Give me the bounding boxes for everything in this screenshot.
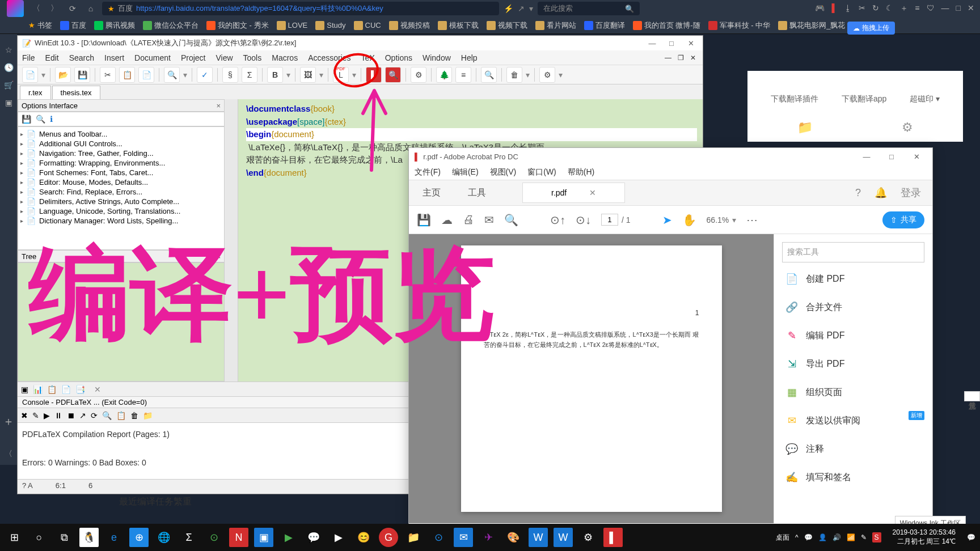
tray-icon[interactable]: 📶 [847, 533, 855, 541]
taskbar-app[interactable]: ✉ [454, 528, 473, 547]
cortana-button[interactable]: ○ [29, 528, 49, 547]
minimize-icon[interactable]: — [941, 3, 949, 14]
taskbar-app[interactable]: ▌ [603, 528, 623, 547]
download-app[interactable]: 下载翻译app [842, 94, 886, 104]
help-icon[interactable]: ? [855, 187, 861, 199]
gear-icon[interactable]: ⚙ [902, 120, 913, 135]
option-item[interactable]: 📄Dictionary Manager: Word Lists, Spellin… [20, 216, 222, 226]
taskbar-app[interactable]: ▶ [279, 528, 298, 547]
menu-options[interactable]: Options [385, 53, 412, 62]
tool-comment[interactable]: 💬注释 [782, 437, 924, 461]
console-tab-icon[interactable]: ▣ [21, 385, 28, 394]
console-btn[interactable]: ✎ [32, 411, 39, 420]
menu-accessories[interactable]: Accessories [308, 53, 350, 62]
lightning-icon[interactable]: ⚡ [504, 4, 513, 13]
taskbar-app[interactable]: 😊 [354, 528, 373, 547]
option-item[interactable]: 📄Search: Find, Replace, Errors... [20, 187, 222, 197]
close-button[interactable]: ✕ [683, 39, 698, 48]
login-link[interactable]: 登录 [901, 186, 921, 200]
tab-thesis[interactable]: thesis.tex [52, 86, 100, 99]
taskbar-app[interactable]: ⚙ [578, 528, 598, 547]
gather-button[interactable]: ≡ [455, 67, 471, 83]
menu-view[interactable]: View [216, 53, 233, 62]
bookmark-item[interactable]: ★书签 [28, 20, 52, 31]
taskview-button[interactable]: ⧉ [54, 528, 74, 547]
tool-fill-sign[interactable]: ✍填写和签名 [782, 465, 924, 489]
save-button[interactable]: 💾 [74, 67, 90, 83]
taskbar-app[interactable]: ⊙ [204, 528, 223, 547]
cursor-icon[interactable]: ➤ [662, 213, 672, 227]
option-item[interactable]: 📄Font Schemes: Font, Tabs, Caret... [20, 168, 222, 177]
menu-view[interactable]: 视图(V) [490, 167, 517, 177]
menu-document[interactable]: Document [134, 53, 171, 62]
bookmark-item[interactable]: 我的首页 微博-随 [633, 20, 700, 31]
compile-button[interactable]: ⚙ [411, 67, 426, 83]
taskbar-app[interactable]: N [229, 528, 248, 547]
bookmark-item[interactable]: 飘花电影网_飘花 [778, 20, 845, 31]
bookmark-item[interactable]: CUC [354, 21, 381, 30]
menu-help[interactable]: 帮助(H) [568, 167, 594, 177]
bookmark-item[interactable]: Study [315, 21, 345, 30]
console-btn[interactable]: 🔍 [102, 411, 112, 420]
menu-file[interactable]: 文件(F) [415, 167, 441, 177]
cloud-icon[interactable]: ☁ [441, 213, 453, 227]
new-button[interactable]: 📄 [22, 67, 38, 83]
taskbar-app[interactable]: ⊙ [429, 528, 448, 547]
console-btn[interactable]: ⟳ [91, 411, 98, 420]
find-button[interactable]: 🔍 [164, 67, 180, 83]
option-item[interactable]: 📄Menus and Toolbar... [20, 129, 222, 139]
paste-button[interactable]: 📄 [138, 67, 154, 83]
maximize-icon[interactable]: □ [956, 3, 961, 14]
zoom-control[interactable]: 66.1% ▾ [707, 215, 737, 224]
search-icon[interactable]: 🔍 [504, 213, 518, 227]
taskbar-app[interactable]: W [529, 528, 548, 547]
option-item[interactable]: 📄Delimiters, Active Strings, Auto Comple… [20, 197, 222, 206]
side-add-icon[interactable]: ＋ [3, 414, 14, 429]
feedback-tab[interactable]: 意见反馈 [964, 391, 980, 401]
console-btn[interactable]: ▶ [44, 411, 50, 420]
browser-search[interactable]: 在此搜索 🔍 [538, 2, 640, 15]
tray-icon[interactable]: 💬 [804, 533, 813, 541]
section-button[interactable]: § [222, 67, 238, 83]
options-close[interactable]: × [216, 101, 221, 110]
maximize-button[interactable]: □ [664, 39, 679, 48]
home-button[interactable]: ⌂ [84, 2, 98, 15]
menu-window[interactable]: Window [423, 53, 451, 62]
bookmark-item[interactable]: 视频下载 [487, 20, 527, 31]
taskbar-app[interactable]: 💬 [304, 528, 323, 547]
dropdown-icon[interactable]: ▾ [529, 4, 533, 13]
side-collapse-icon[interactable]: 〈 [5, 449, 12, 459]
config-button[interactable]: ⚙ [539, 67, 555, 83]
taskbar-app[interactable]: 🎨 [504, 528, 523, 547]
tree-button[interactable]: 🌲 [436, 67, 452, 83]
bookmark-item[interactable]: 百度 [60, 20, 86, 31]
menu-tex[interactable]: TeX [361, 53, 375, 62]
side-live-icon[interactable]: ▣ [5, 98, 12, 107]
bookmark-item[interactable]: 百度翻译 [584, 20, 625, 31]
print-icon[interactable]: 🖨 [463, 213, 474, 226]
taskbar-app[interactable]: ⊕ [129, 528, 149, 547]
taskbar-app[interactable]: W [554, 528, 573, 547]
menu-help[interactable]: Help [461, 53, 478, 62]
option-item[interactable]: 📄Additional GUI Controls... [20, 139, 222, 149]
notifications-button[interactable]: 💬 [967, 533, 975, 541]
maximize-button[interactable]: □ [881, 152, 902, 161]
option-item[interactable]: 📄Navigation: Tree, Gather, Folding... [20, 149, 222, 158]
page-current-input[interactable] [601, 214, 618, 226]
console-tab-icon[interactable]: 📄 [61, 385, 71, 394]
mdi-close[interactable]: ✕ [688, 54, 698, 62]
bookmark-item[interactable]: 微信公众平台 [143, 20, 198, 31]
menu-tools[interactable]: Tools [243, 53, 262, 62]
menu-icon[interactable]: ≡ [915, 3, 919, 14]
more-icon[interactable]: ⋯ [746, 213, 758, 227]
menu-edit[interactable]: Edit [45, 53, 59, 62]
console-btn[interactable]: ↗ [79, 411, 86, 420]
search-tools-input[interactable]: 搜索工具 [782, 242, 924, 262]
menu-macros[interactable]: Macros [272, 53, 298, 62]
user-avatar[interactable] [7, 0, 24, 17]
game-icon[interactable]: 🎮 [815, 3, 825, 14]
shield-icon[interactable]: 🛡 [927, 3, 935, 14]
trash-button[interactable]: 🗑 [506, 67, 522, 83]
forward-button[interactable]: 〉 [48, 2, 61, 15]
doc-tab-close[interactable]: ✕ [589, 188, 596, 197]
